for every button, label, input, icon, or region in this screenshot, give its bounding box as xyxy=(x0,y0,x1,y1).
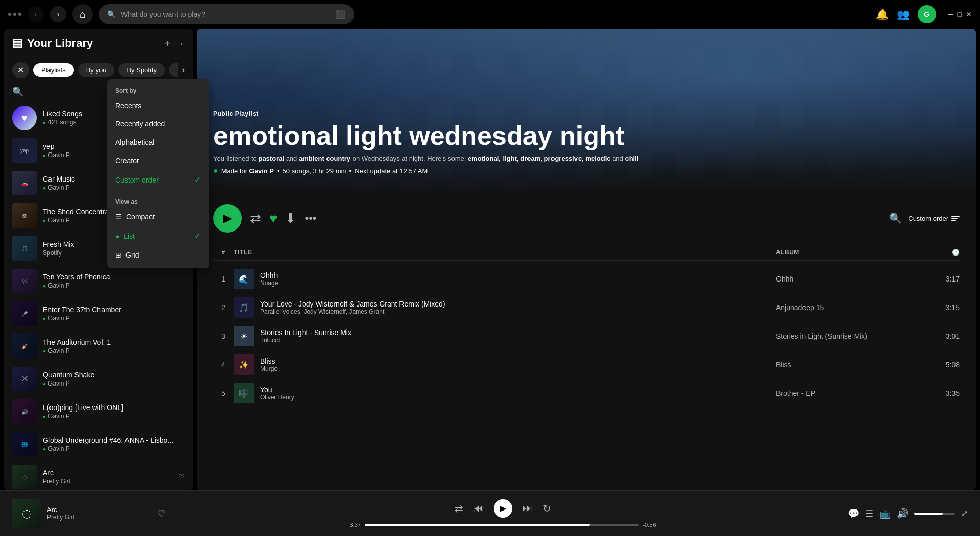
view-section-label: View as xyxy=(107,194,209,208)
devices-button[interactable]: 📺 xyxy=(880,508,891,519)
track-number: 3 xyxy=(213,332,234,340)
main-content: Public Playlist emotional light wednesda… xyxy=(197,29,976,490)
view-compact-option[interactable]: ☰ Compact xyxy=(107,208,209,226)
search-icon: 🔍 xyxy=(107,10,116,18)
track-list: # Title Album 🕐 1 🌊 Ohhh Nuage Ohhh 3:17 xyxy=(197,245,976,424)
progress-fill xyxy=(365,524,590,526)
table-row[interactable]: 3 ☀ Stories In Light - Sunrise Mix Trilu… xyxy=(213,322,960,350)
queue-button[interactable]: ☰ xyxy=(865,508,873,519)
window-controls: ─ □ ✕ xyxy=(948,10,972,18)
now-playing-name: Arc xyxy=(47,506,151,514)
item-art: 🔊 xyxy=(12,399,37,424)
library-icon: ▤ xyxy=(12,37,23,50)
lyrics-button[interactable]: 💬 xyxy=(848,508,859,519)
progress-row: 3:37 -0:56 xyxy=(350,522,656,528)
playlist-label: Public Playlist xyxy=(213,110,960,117)
track-info: 🌊 Ohhh Nuage xyxy=(234,269,776,289)
filter-by-spotify-chip[interactable]: By Spotify xyxy=(118,63,165,77)
play-pause-button[interactable]: ▶ xyxy=(494,499,512,518)
item-art: 🎵 xyxy=(12,236,37,261)
track-art: ☀ xyxy=(234,326,254,346)
avatar[interactable]: G xyxy=(918,5,936,23)
sort-alphabetical-option[interactable]: Alphabetical xyxy=(107,133,209,151)
list-item[interactable]: ✕ Quantum Shake ● Gavin P xyxy=(8,363,189,395)
track-number: 1 xyxy=(213,275,234,283)
item-art: 🏚 xyxy=(12,203,37,228)
next-button[interactable]: ⏭ xyxy=(522,502,533,514)
window-menu xyxy=(8,13,21,16)
back-button[interactable]: ‹ xyxy=(28,6,44,22)
item-art: yep xyxy=(12,138,37,163)
more-button[interactable]: ••• xyxy=(305,212,316,225)
table-row[interactable]: 4 ✨ Bliss Murge Bliss 5:08 xyxy=(213,350,960,379)
playlist-description: You listened to pastoral and ambient cou… xyxy=(213,155,960,162)
forward-button[interactable]: › xyxy=(50,6,66,22)
track-art: 🎵 xyxy=(234,297,254,318)
track-album: Stories in Light (Sunrise Mix) xyxy=(776,332,929,340)
compact-icon: ☰ xyxy=(115,213,122,221)
dropdown-divider xyxy=(107,192,209,192)
sidebar-title: ▤ Your Library xyxy=(12,37,93,50)
filter-close-button[interactable]: ✕ xyxy=(12,62,29,78)
filter-playlists-chip[interactable]: Playlists xyxy=(33,63,74,77)
fullscreen-button[interactable]: ⤢ xyxy=(961,508,968,518)
sort-custom-order-option[interactable]: Custom order ✓ xyxy=(107,170,209,190)
list-item[interactable]: 🌐 Global Underground #46: ANNA - Lisbo..… xyxy=(8,428,189,461)
list-item[interactable]: ◌ Arc Pretty Girl ♡ xyxy=(8,461,189,490)
sort-recents-option[interactable]: Recents xyxy=(107,96,209,115)
filter-by-you-chip[interactable]: By you xyxy=(78,63,115,77)
download-button[interactable]: ⬇ xyxy=(285,211,296,226)
custom-order-button[interactable]: Custom order xyxy=(908,215,960,222)
table-row[interactable]: 1 🌊 Ohhh Nuage Ohhh 3:17 xyxy=(213,265,960,293)
track-header: # Title Album 🕐 xyxy=(213,245,960,261)
heart-icon: ♡ xyxy=(178,473,185,481)
player-center: ⇄ ⏮ ▶ ⏭ ↻ 3:37 -0:56 xyxy=(173,499,832,528)
friends-icon[interactable]: 👥 xyxy=(897,8,910,20)
library-search-button[interactable]: 🔍 xyxy=(12,86,23,97)
notification-icon[interactable]: 🔔 xyxy=(876,8,889,20)
volume-icon[interactable]: 🔊 xyxy=(897,508,908,519)
expand-button[interactable]: → xyxy=(174,38,185,49)
playlist-header: Public Playlist emotional light wednesda… xyxy=(197,29,976,192)
list-item[interactable]: 🔊 L(oo)ping [Live with ONL] ● Gavin P xyxy=(8,395,189,428)
spotify-dot: ● xyxy=(43,152,46,158)
track-header-album: Album xyxy=(776,249,929,256)
now-playing-art: ◌ xyxy=(12,499,41,528)
track-search-icon[interactable]: 🔍 xyxy=(889,212,902,224)
track-details: Bliss Murge xyxy=(260,357,278,372)
progress-bar[interactable] xyxy=(365,524,639,526)
table-row[interactable]: 2 🎵 Your Love - Jody Wisternoff & James … xyxy=(213,293,960,322)
like-button[interactable]: ♥ xyxy=(269,211,277,226)
list-item[interactable]: 🎸 The Auditorium Vol. 1 ● Gavin P xyxy=(8,330,189,363)
maximize-button[interactable]: □ xyxy=(958,10,962,18)
shuffle-button[interactable]: ⇄ xyxy=(250,211,261,226)
volume-bar[interactable] xyxy=(914,513,955,515)
shuffle-control-button[interactable]: ⇄ xyxy=(455,502,463,515)
list-item[interactable]: 🎤 Enter The 37th Chamber ● Gavin P xyxy=(8,297,189,330)
devices-icon: ⬛ xyxy=(336,10,346,19)
now-playing-heart-icon[interactable]: ♡ xyxy=(157,508,165,519)
item-info: Ten Years of Phonica ● Gavin P xyxy=(43,273,185,289)
search-input[interactable] xyxy=(121,10,331,18)
filter-downloads-chip[interactable]: Downlo... xyxy=(169,63,178,77)
view-grid-option[interactable]: ⊞ Grid xyxy=(107,246,209,264)
sort-creator-option[interactable]: Creator xyxy=(107,151,209,170)
topbar-right: 🔔 👥 G ─ □ ✕ xyxy=(876,5,972,23)
track-info: 🎵 Your Love - Jody Wisternoff & James Gr… xyxy=(234,297,776,318)
main-layout: ▤ Your Library + → ✕ Playlists By you By… xyxy=(0,29,980,490)
play-button[interactable]: ▶ xyxy=(213,204,242,233)
view-list-option[interactable]: ≡ List ✓ xyxy=(107,226,209,246)
previous-button[interactable]: ⏮ xyxy=(473,502,484,514)
list-item[interactable]: 🎶 Ten Years of Phonica ● Gavin P xyxy=(8,265,189,297)
track-info: ☀ Stories In Light - Sunrise Mix Triluci… xyxy=(234,326,776,346)
sort-recently-added-option[interactable]: Recently added xyxy=(107,115,209,133)
repeat-button[interactable]: ↻ xyxy=(543,502,551,515)
close-button[interactable]: ✕ xyxy=(966,10,972,18)
home-button[interactable]: ⌂ xyxy=(72,4,93,24)
minimize-button[interactable]: ─ xyxy=(948,10,953,18)
order-sort-icon xyxy=(951,216,960,221)
filter-arrow-button[interactable]: › xyxy=(182,65,185,75)
playlist-actions: ▶ ⇄ ♥ ⬇ ••• 🔍 Custom order xyxy=(197,192,976,245)
add-button[interactable]: + xyxy=(164,38,170,49)
table-row[interactable]: 5 🎼 You Oliver Henry Brother - EP 3:35 xyxy=(213,379,960,407)
